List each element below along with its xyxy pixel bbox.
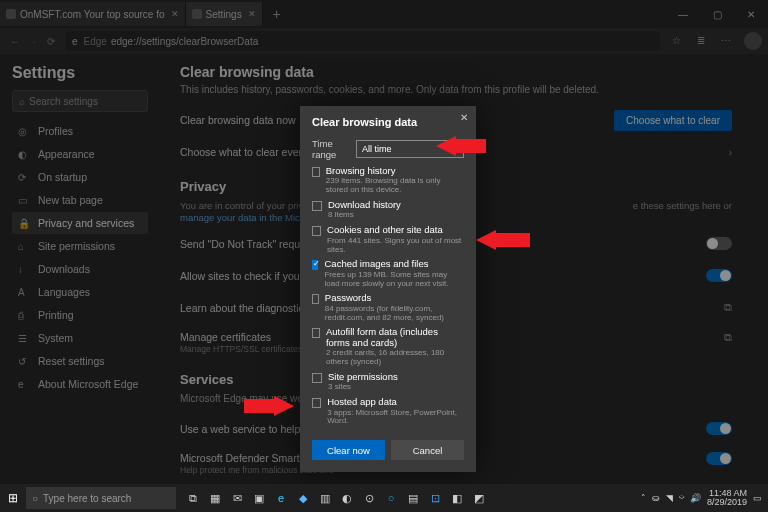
option-desc: From 441 sites. Signs you out of most si… xyxy=(327,237,464,255)
clear-option-2[interactable]: Cookies and other site dataFrom 441 site… xyxy=(312,225,464,254)
option-title: Passwords xyxy=(325,293,464,303)
volume-icon[interactable]: 🔊 xyxy=(690,493,701,503)
notifications-icon[interactable]: ▭ xyxy=(753,493,762,503)
clock[interactable]: 11:48 AM 8/29/2019 xyxy=(707,489,747,507)
taskbar-app-icon[interactable]: ✉ xyxy=(226,492,248,505)
clear-option-4[interactable]: Passwords84 passwords (for fidelity.com,… xyxy=(312,293,464,322)
option-title: Browsing history xyxy=(326,166,464,176)
tray-chevron-icon[interactable]: ˄ xyxy=(641,493,646,503)
clear-option-6[interactable]: Site permissions3 sites xyxy=(312,372,464,392)
option-title: Cookies and other site data xyxy=(327,225,464,235)
option-desc: 239 items. Browsing data is only stored … xyxy=(326,177,464,195)
time-range-label: Time range xyxy=(312,138,356,160)
checkbox[interactable] xyxy=(312,260,318,270)
clear-browsing-data-dialog: ✕ Clear browsing data Time range All tim… xyxy=(300,106,476,472)
taskbar-app-icon[interactable]: ⊙ xyxy=(358,492,380,505)
checkbox[interactable] xyxy=(312,373,322,383)
option-title: Download history xyxy=(328,200,401,210)
taskbar-app-icon[interactable]: ▤ xyxy=(402,492,424,505)
taskbar-app-icon[interactable]: ▥ xyxy=(314,492,336,505)
taskbar-app-icon[interactable]: ◧ xyxy=(446,492,468,505)
checkbox[interactable] xyxy=(312,201,322,211)
time-range-value: All time xyxy=(362,144,392,154)
option-desc: 3 sites xyxy=(328,383,398,392)
option-desc: 2 credit cards, 16 addresses, 180 others… xyxy=(326,349,464,367)
taskbar-app-icon[interactable]: ⊡ xyxy=(424,492,446,505)
tray-icon[interactable]: ◥ xyxy=(666,493,673,503)
taskbar-search[interactable]: ○ Type here to search xyxy=(26,487,176,509)
cancel-button[interactable]: Cancel xyxy=(391,440,464,460)
dialog-title: Clear browsing data xyxy=(312,116,464,128)
taskbar-app-icon[interactable]: ▣ xyxy=(248,492,270,505)
clear-option-0[interactable]: Browsing history239 items. Browsing data… xyxy=(312,166,464,195)
clear-option-5[interactable]: Autofill form data (includes forms and c… xyxy=(312,327,464,366)
clock-date: 8/29/2019 xyxy=(707,498,747,507)
clear-option-1[interactable]: Download history8 items xyxy=(312,200,464,220)
taskbar-app-icon[interactable]: e xyxy=(270,492,292,504)
dialog-buttons: Clear now Cancel xyxy=(312,440,464,460)
taskbar-app-icon[interactable]: ◆ xyxy=(292,492,314,505)
option-title: Autofill form data (includes forms and c… xyxy=(326,327,464,348)
tray-icon[interactable]: ⛀ xyxy=(652,493,660,503)
clear-option-7[interactable]: Hosted app data3 apps: Microsoft Store, … xyxy=(312,397,464,426)
system-tray: ˄ ⛀ ◥ ⌔ 🔊 11:48 AM 8/29/2019 ▭ xyxy=(641,489,768,507)
start-button[interactable]: ⊞ xyxy=(0,491,26,505)
clear-now-button[interactable]: Clear now xyxy=(312,440,385,460)
taskbar-app-icon[interactable]: ◐ xyxy=(336,492,358,505)
taskbar-app-icon[interactable]: ◩ xyxy=(468,492,490,505)
checkbox[interactable] xyxy=(312,294,319,304)
wifi-icon[interactable]: ⌔ xyxy=(679,493,684,503)
option-title: Site permissions xyxy=(328,372,398,382)
checkbox[interactable] xyxy=(312,328,320,338)
option-desc: 8 items xyxy=(328,211,401,220)
option-desc: Frees up 139 MB. Some sites may load mor… xyxy=(324,271,464,289)
checkbox[interactable] xyxy=(312,167,320,177)
option-title: Hosted app data xyxy=(327,397,464,407)
option-desc: 84 passwords (for fidelity.com, reddit.c… xyxy=(325,305,464,323)
clear-option-3[interactable]: Cached images and filesFrees up 139 MB. … xyxy=(312,259,464,288)
option-title: Cached images and files xyxy=(324,259,464,269)
dialog-close-button[interactable]: ✕ xyxy=(460,112,468,123)
windows-taskbar: ⊞ ○ Type here to search ⧉ ▦ ✉ ▣ e ◆ ▥ ◐ … xyxy=(0,484,768,512)
task-view-icon[interactable]: ⧉ xyxy=(182,492,204,505)
option-desc: 3 apps: Microsoft Store, PowerPoint, Wor… xyxy=(327,409,464,427)
checkbox[interactable] xyxy=(312,398,321,408)
checkbox[interactable] xyxy=(312,226,321,236)
taskbar-app-icon[interactable]: ○ xyxy=(380,492,402,504)
taskbar-app-icon[interactable]: ▦ xyxy=(204,492,226,505)
search-icon: ○ xyxy=(32,493,38,504)
taskbar-search-placeholder: Type here to search xyxy=(43,493,131,504)
